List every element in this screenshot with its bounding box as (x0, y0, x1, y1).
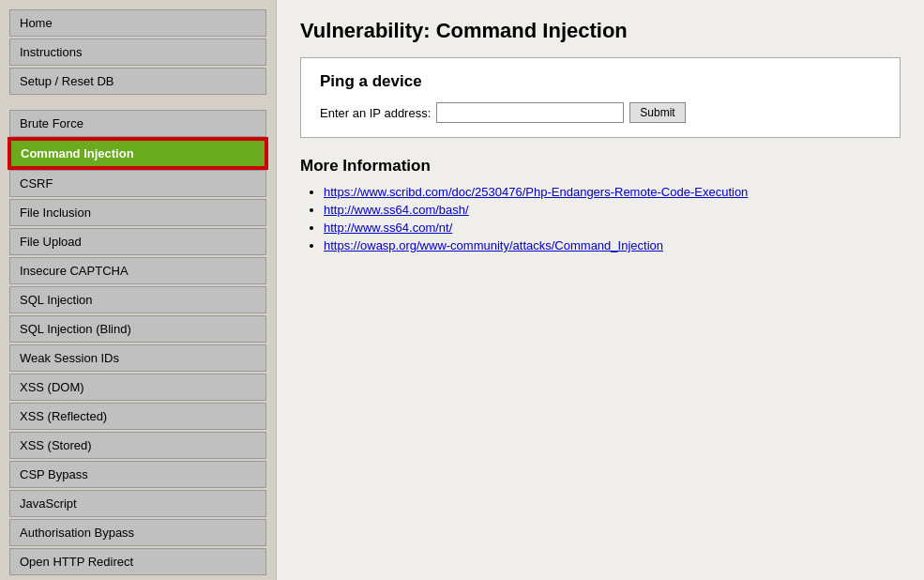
sidebar-item-command-injection[interactable]: Command Injection (9, 139, 266, 168)
page-title: Vulnerability: Command Injection (300, 19, 901, 43)
sidebar-item-brute-force[interactable]: Brute Force (9, 110, 266, 137)
sidebar-item-home[interactable]: Home (9, 9, 266, 37)
sidebar-group-1: HomeInstructionsSetup / Reset DB (9, 9, 266, 95)
sidebar-item-file-inclusion[interactable]: File Inclusion (9, 199, 266, 226)
more-info-link[interactable]: https://www.scribd.com/doc/2530476/Php-E… (324, 185, 748, 199)
more-info-title: More Information (300, 157, 901, 176)
sidebar-group-2: Brute ForceCommand InjectionCSRFFile Inc… (9, 110, 266, 575)
ping-box-title: Ping a device (320, 72, 881, 91)
sidebar-item-xss-dom[interactable]: XSS (DOM) (9, 374, 266, 401)
more-info-link[interactable]: https://owasp.org/www-community/attacks/… (324, 238, 663, 252)
ping-label: Enter an IP address: (320, 106, 431, 120)
sidebar-item-csrf[interactable]: CSRF (9, 170, 266, 197)
sidebar-item-insecure-captcha[interactable]: Insecure CAPTCHA (9, 257, 266, 284)
ping-form: Enter an IP address: Submit (320, 102, 881, 123)
ip-address-input[interactable] (436, 102, 624, 123)
sidebar-item-open-http-redirect[interactable]: Open HTTP Redirect (9, 548, 266, 575)
sidebar-item-instructions[interactable]: Instructions (9, 38, 266, 66)
sidebar-item-xss-stored[interactable]: XSS (Stored) (9, 432, 266, 459)
sidebar-item-weak-session-ids[interactable]: Weak Session IDs (9, 344, 266, 372)
list-item: https://owasp.org/www-community/attacks/… (324, 238, 901, 252)
sidebar: HomeInstructionsSetup / Reset DB Brute F… (0, 0, 277, 580)
sidebar-item-sql-injection[interactable]: SQL Injection (9, 286, 266, 313)
sidebar-item-xss-reflected[interactable]: XSS (Reflected) (9, 403, 266, 430)
sidebar-item-csp-bypass[interactable]: CSP Bypass (9, 461, 266, 488)
sidebar-item-sql-injection-blind[interactable]: SQL Injection (Blind) (9, 315, 266, 343)
ping-box: Ping a device Enter an IP address: Submi… (300, 57, 901, 138)
main-content: Vulnerability: Command Injection Ping a … (277, 0, 924, 580)
list-item: http://www.ss64.com/nt/ (324, 221, 901, 235)
links-list: https://www.scribd.com/doc/2530476/Php-E… (300, 185, 901, 252)
sidebar-item-setup-reset-db[interactable]: Setup / Reset DB (9, 68, 266, 95)
submit-button[interactable]: Submit (629, 102, 685, 123)
more-info-link[interactable]: http://www.ss64.com/bash/ (324, 203, 469, 217)
list-item: http://www.ss64.com/bash/ (324, 203, 901, 217)
list-item: https://www.scribd.com/doc/2530476/Php-E… (324, 185, 901, 199)
more-info-link[interactable]: http://www.ss64.com/nt/ (324, 221, 452, 235)
sidebar-item-file-upload[interactable]: File Upload (9, 228, 266, 255)
sidebar-item-javascript[interactable]: JavaScript (9, 490, 266, 517)
sidebar-item-authorisation-bypass[interactable]: Authorisation Bypass (9, 519, 266, 546)
